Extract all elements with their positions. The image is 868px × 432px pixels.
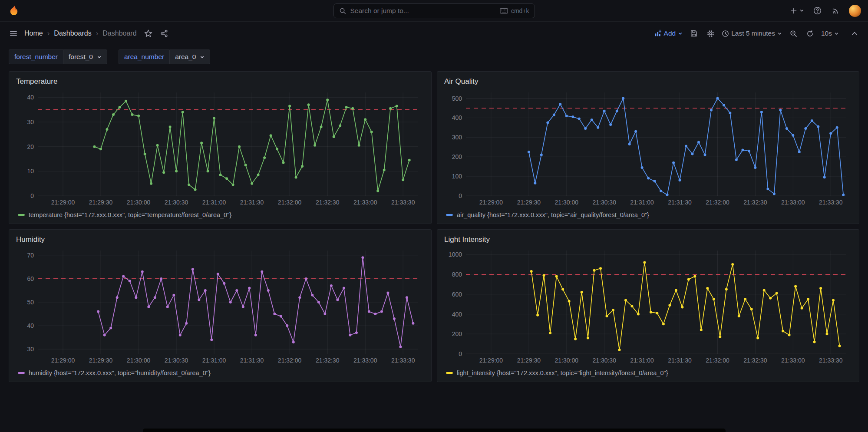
svg-text:21:33:00: 21:33:00: [781, 357, 805, 364]
panel-title[interactable]: Temperature: [15, 75, 425, 88]
gear-icon: [706, 30, 715, 38]
zoom-out-time-button[interactable]: [786, 26, 801, 41]
chevron-down-icon: [834, 31, 839, 36]
add-label: Add: [664, 30, 676, 37]
svg-text:100: 100: [452, 173, 462, 180]
toolbar-right: Add Last 5 minutes: [652, 26, 862, 41]
svg-text:21:32:00: 21:32:00: [278, 357, 302, 364]
svg-text:21:29:30: 21:29:30: [89, 357, 113, 364]
breadcrumb-home[interactable]: Home: [24, 30, 43, 37]
top-nav: Search or jump to... cmd+k: [0, 0, 868, 22]
mega-menu-button[interactable]: [6, 26, 21, 41]
svg-text:200: 200: [452, 330, 462, 337]
plus-icon: [790, 7, 797, 14]
news-button[interactable]: [828, 3, 843, 18]
svg-text:21:31:30: 21:31:30: [240, 199, 264, 206]
svg-text:21:29:00: 21:29:00: [479, 199, 503, 206]
panel-light-intensity: Light Intensity 0200400600800100021:29:0…: [437, 229, 859, 382]
svg-text:500: 500: [452, 95, 462, 102]
chevron-down-icon: [777, 31, 782, 36]
svg-text:21:32:30: 21:32:30: [743, 357, 767, 364]
shortcut-hint: cmd+k: [500, 7, 529, 14]
svg-text:21:33:30: 21:33:30: [391, 199, 415, 206]
svg-text:21:30:00: 21:30:00: [555, 357, 579, 364]
legend-swatch: [18, 372, 25, 374]
light-intensity-chart[interactable]: 0200400600800100021:29:0021:29:3021:30:0…: [443, 246, 853, 367]
breadcrumb-current[interactable]: Dashboard: [102, 30, 136, 37]
legend-label[interactable]: light_intensity {host="172.xxx.0.xxx", t…: [457, 369, 668, 376]
help-button[interactable]: [810, 3, 825, 18]
variable-value-dropdown[interactable]: area_0: [169, 49, 210, 64]
legend-swatch: [446, 372, 453, 374]
help-icon: [813, 7, 822, 15]
legend: humidity {host="172.xxx.0.xxx", topic="h…: [15, 367, 425, 379]
chevron-down-icon: [678, 31, 683, 36]
variable-value-dropdown[interactable]: forest_0: [63, 49, 107, 64]
svg-text:21:31:00: 21:31:00: [202, 199, 226, 206]
variable-label: area_number: [119, 49, 169, 64]
legend-label[interactable]: air_quality {host="172.xxx.0.xxx", topic…: [457, 211, 649, 218]
svg-text:21:31:00: 21:31:00: [630, 199, 654, 206]
search-icon: [339, 7, 346, 14]
svg-text:300: 300: [452, 134, 462, 141]
svg-text:21:29:30: 21:29:30: [517, 199, 541, 206]
share-button[interactable]: [157, 26, 172, 41]
time-range-picker[interactable]: Last 5 minutes: [719, 26, 784, 41]
svg-text:21:33:00: 21:33:00: [353, 199, 377, 206]
panel-temperature: Temperature 01020304021:29:0021:29:3021:…: [9, 71, 432, 224]
refresh-icon: [806, 30, 814, 37]
new-menu-button[interactable]: [788, 3, 806, 18]
legend-label[interactable]: temperature {host="172.xxx.0.xxx", topic…: [29, 211, 231, 218]
panel-air-quality: Air Quality 010020030040050021:29:0021:2…: [437, 71, 859, 224]
svg-text:40: 40: [27, 94, 34, 101]
share-icon: [160, 30, 168, 37]
legend-swatch: [446, 214, 453, 216]
user-avatar[interactable]: [849, 5, 861, 17]
refresh-button[interactable]: [802, 26, 817, 41]
search-input[interactable]: Search or jump to... cmd+k: [333, 3, 535, 18]
collapse-toolbar-button[interactable]: [847, 26, 862, 41]
add-panel-button[interactable]: Add: [652, 26, 685, 41]
variables-row: forest_number forest_0 area_number area_…: [0, 45, 868, 69]
variable-forest-number[interactable]: forest_number forest_0: [9, 49, 107, 64]
dashboard-settings-button[interactable]: [703, 26, 718, 41]
chevron-up-icon: [851, 30, 858, 37]
svg-text:21:30:30: 21:30:30: [165, 199, 188, 206]
variable-area-number[interactable]: area_number area_0: [119, 49, 210, 64]
keyboard-icon: [500, 8, 508, 14]
svg-text:21:31:00: 21:31:00: [202, 357, 226, 364]
panel-title[interactable]: Light Intensity: [443, 233, 853, 246]
svg-text:21:30:00: 21:30:00: [127, 199, 151, 206]
chart-svg: 304050607021:29:0021:29:3021:30:0021:30:…: [15, 246, 425, 367]
grafana-logo[interactable]: [7, 4, 21, 18]
svg-text:21:29:30: 21:29:30: [517, 357, 541, 364]
rss-icon: [832, 7, 839, 15]
temperature-chart[interactable]: 01020304021:29:0021:29:3021:30:0021:30:3…: [15, 88, 425, 209]
svg-text:21:31:30: 21:31:30: [668, 199, 692, 206]
refresh-interval-dropdown[interactable]: 10s: [819, 26, 841, 41]
dock-indicator: [143, 429, 726, 432]
humidity-chart[interactable]: 304050607021:29:0021:29:3021:30:0021:30:…: [15, 246, 425, 367]
time-range-label: Last 5 minutes: [731, 30, 775, 37]
clock-icon: [722, 30, 729, 37]
zoom-out-icon: [790, 30, 797, 37]
svg-text:50: 50: [27, 299, 34, 306]
variable-value: area_0: [175, 53, 196, 61]
svg-text:21:32:00: 21:32:00: [706, 199, 729, 206]
air-quality-chart[interactable]: 010020030040050021:29:0021:29:3021:30:00…: [443, 88, 853, 209]
svg-text:21:32:30: 21:32:30: [316, 357, 340, 364]
panel-title[interactable]: Humidity: [15, 233, 425, 246]
favorite-button[interactable]: [141, 26, 156, 41]
svg-text:21:33:30: 21:33:30: [819, 357, 843, 364]
breadcrumb-dashboards[interactable]: Dashboards: [54, 30, 91, 37]
svg-text:21:30:30: 21:30:30: [592, 199, 616, 206]
chevron-down-icon: [200, 55, 205, 59]
dashboard-actions: [141, 26, 172, 41]
svg-text:10: 10: [27, 168, 34, 175]
breadcrumb: Home › Dashboards › Dashboard: [24, 29, 137, 38]
svg-text:0: 0: [30, 192, 34, 199]
panel-title[interactable]: Air Quality: [443, 75, 853, 88]
save-dashboard-button[interactable]: [686, 26, 701, 41]
legend-label[interactable]: humidity {host="172.xxx.0.xxx", topic="h…: [29, 369, 211, 376]
svg-text:21:29:00: 21:29:00: [479, 357, 503, 364]
